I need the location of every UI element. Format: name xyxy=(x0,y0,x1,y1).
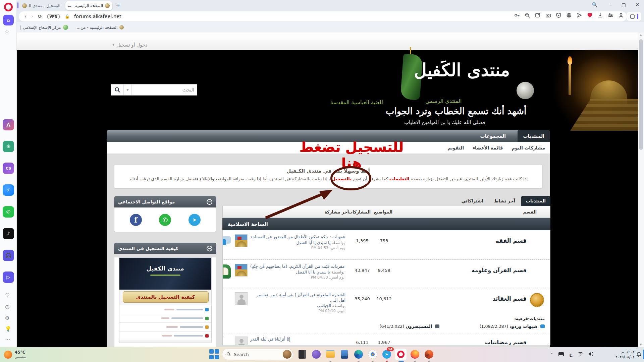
last-post-avatar[interactable] xyxy=(235,337,248,345)
likes-heart-icon[interactable]: ♡ xyxy=(5,292,9,298)
tab-home-active[interactable]: الصفحة الرئيسية - منتدى ال... xyxy=(65,1,112,10)
last-post-title[interactable]: إنّا أنزلناهُ في ليلة القدر xyxy=(250,337,290,342)
history-icon[interactable]: ◷ xyxy=(5,304,9,310)
cs-chat-icon[interactable]: CS xyxy=(3,163,14,174)
home-workspace-icon[interactable]: ⌂ xyxy=(3,15,14,25)
wifi-icon[interactable] xyxy=(578,351,583,358)
settings-gear-icon[interactable]: ⚙ xyxy=(5,315,9,321)
forum-row-ramadaniyat[interactable]: قسم رمضانيات 1,967 6,111 إنّا أنزلناهُ ف… xyxy=(223,333,550,345)
telegram-icon[interactable]: ➤ xyxy=(189,214,201,226)
whatsapp-icon[interactable]: ✆ xyxy=(159,214,171,226)
reload-icon[interactable]: ⟳ xyxy=(38,13,42,19)
password-key-icon[interactable] xyxy=(514,12,520,18)
language-indicator[interactable]: ع xyxy=(569,352,572,357)
forums-tab-last-activity[interactable]: آخر نشاط xyxy=(489,196,520,206)
forum-title[interactable]: قسم العقائد xyxy=(493,296,527,302)
bookmarks-star-icon[interactable]: ☆ xyxy=(4,28,9,35)
firefox-icon[interactable] xyxy=(409,349,421,360)
last-post-title[interactable]: فقهيات : حكم تمكين الأطفال من الحضور في … xyxy=(250,234,345,240)
play-icon[interactable]: ▷ xyxy=(3,272,14,283)
forum-row-fiqh[interactable]: قسم الفقه 753 1,395 فقهيات : حكم تمكين ا… xyxy=(223,230,550,260)
tiktok-icon[interactable]: ♪ xyxy=(3,228,14,239)
snapshot-camera-icon[interactable] xyxy=(545,12,551,18)
opera-logo-icon[interactable] xyxy=(4,3,13,11)
close-button[interactable]: ✕ xyxy=(635,2,639,7)
last-post-avatar[interactable] xyxy=(235,264,248,277)
tab-forums[interactable]: المنتديات xyxy=(518,130,550,142)
compose-icon[interactable] xyxy=(535,12,541,18)
page-scrollbar[interactable]: ∧ ∨ xyxy=(638,33,644,347)
taskbar-search[interactable]: Search xyxy=(222,349,293,360)
forums-tab-forums[interactable]: المنتديات xyxy=(521,196,550,206)
edge-icon[interactable] xyxy=(353,349,364,360)
purple-app-icon[interactable] xyxy=(311,349,322,360)
search-submit-button[interactable] xyxy=(111,84,124,95)
downloads-icon[interactable] xyxy=(597,12,603,18)
search-input[interactable]: البحث xyxy=(132,84,197,95)
collapse-icon[interactable]: − xyxy=(207,246,212,251)
messenger-icon[interactable]: ⚡ xyxy=(3,184,14,196)
clock-widget[interactable]: ٠٤:٠٢ م ٢٠٢٥/٠٨/٠٢ xyxy=(615,347,635,362)
player-headphones-icon[interactable]: 🎧 xyxy=(3,250,14,261)
last-post-title[interactable]: مفردات قيّمة من القرآن الكريم، (ما بصاحب… xyxy=(250,264,344,269)
forums-tab-subscriptions[interactable]: اشتراكاتي xyxy=(457,196,488,206)
notification-bell[interactable] xyxy=(636,347,641,362)
forum-title[interactable]: قسم رمضانيات xyxy=(485,339,527,345)
tab-groups[interactable]: المجموعات xyxy=(475,130,511,142)
sidebar-settings-sliders-icon[interactable] xyxy=(608,12,613,18)
last-post-avatar[interactable] xyxy=(235,292,248,305)
last-post-title[interactable]: الشجرة الملعونة في القرآن ( بني أمية ) م… xyxy=(250,292,345,303)
forum-title[interactable]: قسم الفقه xyxy=(496,238,527,244)
bookmark-home-page[interactable]: الصفحة الرئيسية - من... xyxy=(77,25,124,30)
blue-app-icon[interactable] xyxy=(339,349,350,360)
howto-screenshot-image[interactable]: منتدى الكفيل كيفية التسجيل بالمنتدى xyxy=(119,257,212,343)
vpn-badge[interactable]: VPN xyxy=(47,14,60,19)
facebook-icon[interactable]: f xyxy=(130,214,142,226)
chatgpt-icon[interactable]: ✳ xyxy=(3,141,14,152)
last-post-author[interactable]: بواسطة يا سيدي يا أبا الفضل xyxy=(250,240,345,245)
opera-taskbar-icon[interactable] xyxy=(395,349,407,360)
last-post-author[interactable]: بواسطة يا سيدي يا أبا الفضل xyxy=(250,270,344,275)
forum-row-quran[interactable]: قسم القرآن وعلومه 9,458 43,947 مفردات قي… xyxy=(223,260,550,288)
maximize-button[interactable]: ▢ xyxy=(622,2,626,7)
forward-icon[interactable]: › xyxy=(31,13,33,19)
weather-widget[interactable]: 45°C مشمس xyxy=(4,347,26,362)
orange-swirl-app-icon[interactable] xyxy=(423,349,435,360)
dark-app-icon[interactable] xyxy=(297,349,308,360)
profile-icon[interactable] xyxy=(618,12,624,18)
file-explorer-icon[interactable] xyxy=(325,349,336,360)
aria-icon[interactable]: ⋀ xyxy=(3,119,14,130)
new-tab-button[interactable]: + xyxy=(116,2,120,8)
sidebar-panel-toggle[interactable] xyxy=(627,12,641,21)
adblock-shield-icon[interactable] xyxy=(556,12,561,18)
search-options-caret[interactable]: ▼ xyxy=(124,84,132,95)
touch-keyboard-icon[interactable] xyxy=(558,351,564,358)
login-register-dropdown[interactable]: دخول أو تسجيل ▼ xyxy=(112,42,147,48)
favorites-heart-icon[interactable] xyxy=(587,12,593,18)
search-highlight-image[interactable] xyxy=(283,350,291,359)
zoom-page-icon[interactable] xyxy=(525,12,530,18)
whatsapp-icon[interactable]: ✆ xyxy=(3,206,14,218)
volume-icon[interactable] xyxy=(588,351,594,358)
last-post-author[interactable]: بواسطة الجياشي xyxy=(250,303,345,308)
tips-bulb-icon[interactable]: 💡 xyxy=(5,326,11,332)
scrollbar-thumb[interactable] xyxy=(639,39,643,150)
link-calendar[interactable]: التقويم xyxy=(447,145,464,150)
link-member-list[interactable]: قائمة الأعضاء xyxy=(473,145,503,150)
scroll-down-icon[interactable]: ∨ xyxy=(640,343,642,346)
forum-title[interactable]: قسم القرآن وعلومه xyxy=(471,267,527,274)
back-icon[interactable]: ‹ xyxy=(24,13,26,19)
send-to-device-icon[interactable] xyxy=(577,12,582,18)
chrome-icon[interactable] xyxy=(367,349,378,360)
chrome-search-icon[interactable]: 🔍 xyxy=(592,2,598,7)
subforum-shubuhat[interactable]: شبهات وردود (1,092/2,387) xyxy=(480,324,545,329)
forum-row-aqaed[interactable]: قسم العقائد 10,612 35,240 الشجرة الملعون… xyxy=(223,288,550,314)
minimize-button[interactable]: – xyxy=(609,2,612,7)
start-button[interactable] xyxy=(209,349,220,360)
telegram-taskbar-icon[interactable]: ➤ 54 xyxy=(381,349,392,360)
more-dots-icon[interactable]: ⋯ xyxy=(5,337,10,343)
bookmark-ishraq-center[interactable]: مركز الإشعاع الإسلامي | xyxy=(20,25,68,30)
collapse-icon[interactable]: − xyxy=(207,199,212,205)
tray-chevron-icon[interactable]: ⌃ xyxy=(550,352,553,357)
link-todays-posts[interactable]: مشاركات اليوم xyxy=(512,145,545,150)
